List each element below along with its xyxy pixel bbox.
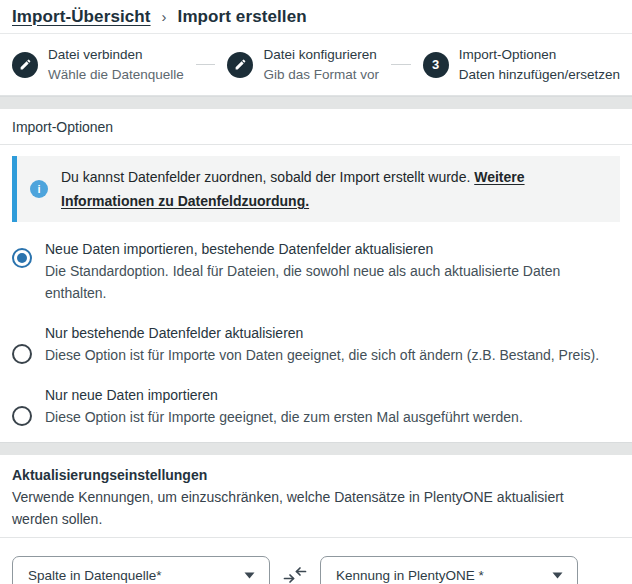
step-number: 3	[432, 57, 439, 72]
section-description: Verwende Kennungen, um einzuschränken, w…	[12, 486, 612, 530]
step-title: Datei verbinden	[48, 45, 184, 65]
radio-option-update-existing-only[interactable]: Nur bestehende Datenfelder aktualisieren…	[12, 322, 620, 366]
breadcrumb-chevron-icon: ›	[162, 8, 167, 25]
step-title: Import-Optionen	[459, 45, 620, 65]
update-settings-header: Aktualisierungseinstellungen Verwende Ke…	[0, 455, 632, 538]
radio-selected-icon[interactable]	[12, 248, 32, 268]
section-separator	[0, 96, 632, 109]
step-connector	[196, 64, 216, 65]
step-number-badge: 3	[423, 52, 449, 78]
wizard-stepper: Datei verbinden Wähle die Datenquelle Da…	[0, 34, 632, 96]
step-subtitle: Gib das Format vor	[263, 65, 379, 85]
page-title: Import erstellen	[178, 7, 307, 27]
section-title: Import-Optionen	[12, 119, 113, 135]
identifier-mapping-row: Spalte in Datenquelle* Kennung in Plenty…	[0, 538, 632, 584]
step-connect-file[interactable]: Datei verbinden Wähle die Datenquelle	[12, 45, 184, 85]
target-identifier-select[interactable]: Kennung in PlentyONE *	[320, 556, 578, 584]
import-options-section-header: Import-Optionen	[0, 109, 632, 145]
section-separator	[0, 442, 632, 455]
source-column-select[interactable]: Spalte in Datenquelle*	[12, 556, 270, 584]
breadcrumb: Import-Übersicht › Import erstellen	[0, 0, 632, 34]
match-arrows-icon	[270, 564, 320, 584]
info-icon: i	[30, 180, 48, 198]
radio-unselected-icon[interactable]	[12, 406, 32, 426]
info-message-text: Du kannst Datenfelder zuordnen, sobald d…	[61, 169, 470, 185]
radio-description: Die Standardoption. Ideal für Dateien, d…	[45, 263, 560, 301]
radio-description: Diese Option ist für Importe von Daten g…	[45, 347, 599, 363]
radio-label: Nur bestehende Datenfelder aktualisieren	[45, 325, 303, 341]
chevron-down-icon	[244, 572, 255, 579]
select-value: Kennung in PlentyONE *	[336, 568, 484, 583]
import-mode-radio-group: Neue Daten importieren, bestehende Daten…	[0, 236, 632, 442]
select-value: Spalte in Datenquelle*	[28, 568, 162, 583]
pencil-icon	[12, 52, 38, 78]
radio-unselected-icon[interactable]	[12, 344, 32, 364]
radio-label: Neue Daten importieren, bestehende Daten…	[45, 241, 433, 257]
step-configure-file[interactable]: Datei konfigurieren Gib das Format vor	[227, 45, 379, 85]
radio-description: Diese Option ist für Importe geeignet, d…	[45, 409, 523, 425]
step-subtitle: Wähle die Datenquelle	[48, 65, 184, 85]
step-connector	[391, 64, 411, 65]
chevron-down-icon	[552, 572, 563, 579]
info-banner: i Du kannst Datenfelder zuordnen, sobald…	[12, 156, 620, 222]
radio-option-import-new-update-existing[interactable]: Neue Daten importieren, bestehende Daten…	[12, 238, 620, 304]
step-subtitle: Daten hinzufügen/ersetzen	[459, 65, 620, 85]
breadcrumb-link-import-overview[interactable]: Import-Übersicht	[12, 7, 151, 27]
step-import-options[interactable]: 3 Import-Optionen Daten hinzufügen/erset…	[423, 45, 620, 85]
radio-option-import-new-only[interactable]: Nur neue Daten importieren Diese Option …	[12, 384, 620, 428]
radio-label: Nur neue Daten importieren	[45, 387, 218, 403]
info-message: Du kannst Datenfelder zuordnen, sobald d…	[61, 165, 591, 213]
pencil-icon	[227, 52, 253, 78]
step-title: Datei konfigurieren	[263, 45, 379, 65]
section-title: Aktualisierungseinstellungen	[12, 464, 620, 486]
